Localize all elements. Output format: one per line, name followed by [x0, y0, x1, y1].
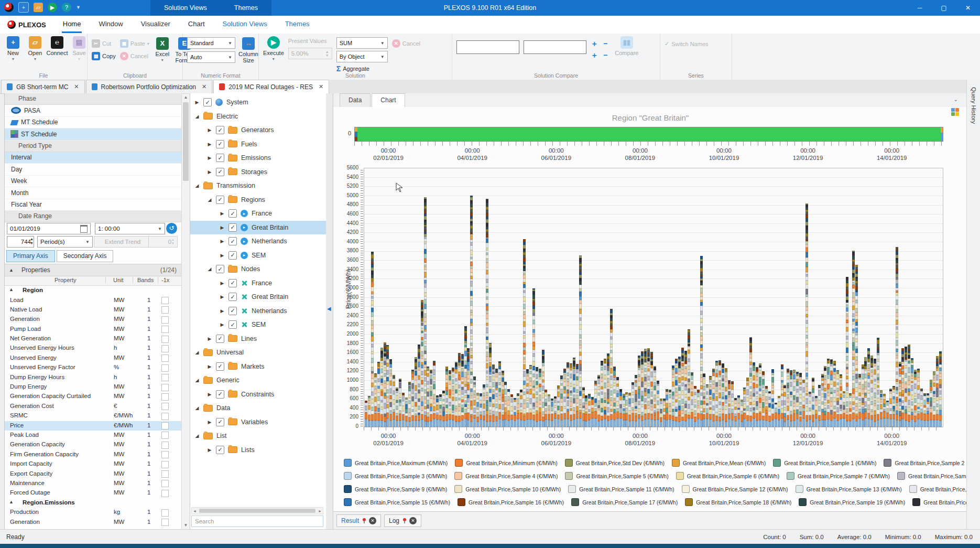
property-row[interactable]: Dump Energy Hoursh1 — [5, 373, 182, 382]
collapsed-icon[interactable]: ▶ — [207, 336, 212, 341]
legend-item[interactable]: Great Britain,Price,Mean (€/MWh) — [672, 459, 766, 467]
log-tab[interactable]: Log✕ — [384, 514, 421, 527]
refresh-button[interactable]: ↺ — [166, 223, 177, 234]
property-checkbox[interactable] — [161, 432, 169, 439]
tree-item-electric[interactable]: ◢Electric — [190, 110, 326, 124]
run-icon[interactable]: ▶ — [48, 3, 57, 12]
tree-item-sem[interactable]: ▶✓SEM — [190, 318, 326, 332]
expanded-icon[interactable]: ◢ — [194, 183, 200, 188]
period-type-interval[interactable]: Interval — [5, 152, 182, 164]
property-row[interactable]: Generation CapacityMW1 — [5, 440, 182, 449]
tree-item-lists[interactable]: ▶✓Lists — [190, 443, 326, 457]
property-row[interactable]: Firm Generation CapacityMW1 — [5, 450, 182, 459]
tab-data[interactable]: Data — [340, 93, 371, 107]
extend-trend-button[interactable]: Extend Trend — [94, 236, 151, 248]
expanded-icon[interactable]: ◢ — [194, 433, 200, 438]
property-checkbox[interactable] — [161, 519, 169, 526]
property-checkbox[interactable] — [161, 326, 169, 333]
tree-checkbox[interactable]: ✓ — [228, 293, 237, 301]
open-folder-icon[interactable]: ▱ — [34, 3, 43, 12]
collapsed-icon[interactable]: ▶ — [220, 225, 225, 230]
tree-checkbox[interactable]: ✓ — [216, 362, 224, 371]
aggregate-button[interactable]: ΣAggregate — [336, 65, 388, 73]
collapsed-icon[interactable]: ▶ — [220, 211, 225, 216]
new-button[interactable]: +New▾ — [4, 36, 22, 62]
tree-item-markets[interactable]: ▶✓Markets — [190, 360, 326, 374]
tree-checkbox[interactable]: ✓ — [216, 265, 224, 273]
tree-checkbox[interactable]: ✓ — [228, 320, 237, 329]
collapsed-icon[interactable]: ▶ — [220, 308, 225, 314]
collapsed-icon[interactable]: ▶ — [220, 253, 225, 258]
execute-button[interactable]: ▶Execute▾ — [263, 36, 284, 62]
property-row[interactable]: Unserved EnergyMW1 — [5, 353, 182, 363]
numeric-auto-select[interactable]: Auto▼ — [187, 51, 235, 63]
tree-item-list[interactable]: ◢List — [190, 429, 326, 443]
aggregate-function-select[interactable]: SUM▼ — [336, 37, 388, 49]
tree-checkbox[interactable]: ✓ — [228, 307, 237, 315]
time-select[interactable]: 1: 00:00▼ — [95, 223, 165, 234]
property-row[interactable]: Productionkg1 — [5, 508, 182, 517]
periods-spinner[interactable]: ▲▼ — [30, 237, 34, 245]
tab-overflow-icon[interactable]: ⌄ — [954, 96, 958, 102]
stacked-bar-plot[interactable] — [364, 168, 943, 427]
menu-tab-window[interactable]: Window — [97, 16, 124, 33]
cut-button[interactable]: ✂Cut — [92, 39, 116, 48]
tree-item-netherlands[interactable]: ▶✓Netherlands — [190, 304, 326, 318]
close-tab-icon[interactable]: ✕ — [409, 517, 417, 524]
tree-checkbox[interactable]: ✓ — [228, 209, 237, 218]
property-row[interactable]: Import CapacityMW1 — [5, 459, 182, 469]
date-input[interactable]: 01/01/2019 — [7, 223, 91, 234]
legend-item[interactable]: Great Britain,Price,Sample 19 (€/MWh) — [799, 498, 905, 506]
range-selector[interactable] — [354, 127, 943, 142]
tree-item-lines[interactable]: ▶✓Lines — [190, 332, 326, 346]
tree-item-france[interactable]: ▶✓▸France — [190, 207, 326, 221]
property-row[interactable]: Price€/MWh1 — [5, 421, 182, 431]
tree-checkbox[interactable]: ✓ — [228, 223, 237, 232]
numeric-format-select[interactable]: Standard▼ — [187, 37, 235, 49]
new-document-icon[interactable]: + — [18, 2, 29, 13]
property-row[interactable]: SRMC€/MWh1 — [5, 411, 182, 421]
tree-checkbox[interactable]: ✓ — [216, 335, 224, 343]
property-checkbox[interactable] — [161, 403, 169, 410]
tree-item-sem[interactable]: ▶✓▸SEM — [190, 249, 326, 263]
properties-header[interactable]: ▲ Properties (1/24) — [5, 264, 182, 276]
tree-checkbox[interactable]: ✓ — [228, 237, 237, 245]
column-size-button[interactable]: ↔Column Size — [239, 37, 257, 63]
open-button[interactable]: ▱Open▾ — [26, 36, 44, 62]
menu-tab-home[interactable]: Home — [62, 16, 82, 33]
property-checkbox[interactable] — [161, 422, 169, 429]
result-tab[interactable]: Result✕ — [336, 514, 381, 527]
compare-add-1-button[interactable]: ＋ — [591, 40, 598, 47]
property-checkbox[interactable] — [161, 384, 169, 391]
legend-item[interactable]: Great Britain,Price,Std Dev (€/MWh) — [565, 459, 665, 467]
property-row[interactable]: Unserved Energy Factor%1 — [5, 363, 182, 372]
tree-checkbox[interactable]: ✓ — [216, 196, 224, 204]
scroll-down-icon[interactable]: ▼ — [182, 522, 190, 529]
menu-tab-solution-views[interactable]: Solution Views — [222, 16, 268, 33]
expanded-icon[interactable]: ◢ — [194, 114, 200, 119]
property-row[interactable]: GenerationMW1 — [5, 518, 182, 527]
tab-chart[interactable]: Chart — [372, 93, 405, 107]
property-row[interactable]: Forced OutageMW1 — [5, 488, 182, 498]
menu-tab-chart[interactable]: Chart — [187, 16, 206, 33]
switch-names-checkbox[interactable]: ✓Switch Names — [665, 40, 709, 47]
chart-options-icon[interactable] — [951, 108, 959, 116]
property-checkbox[interactable] — [161, 393, 169, 401]
property-checkbox[interactable] — [161, 413, 169, 420]
legend-item[interactable]: Great Britain,Price,Sample 9 (€/MWh) — [344, 485, 447, 493]
property-checkbox[interactable] — [161, 345, 169, 352]
legend-item[interactable]: Great Britain,Price,Sample 11 (€/MWh) — [568, 485, 674, 493]
property-row[interactable]: Net GenerationMW1 — [5, 334, 182, 343]
scroll-right-icon[interactable]: ► — [317, 509, 323, 513]
tree-checkbox[interactable]: ✓ — [203, 98, 212, 106]
legend-item[interactable]: Great Britain,Price,Sample 15 (€/MWh) — [344, 498, 450, 506]
property-checkbox[interactable] — [161, 364, 169, 372]
menu-tab-visualizer[interactable]: Visualizer — [140, 16, 171, 33]
context-tab-solution-views[interactable]: Solution Views — [164, 4, 207, 12]
close-tab-icon[interactable]: ✕ — [74, 83, 79, 90]
compare-remove-2-button[interactable]: − — [603, 52, 607, 58]
property-checkbox[interactable] — [161, 336, 169, 343]
tree-item-emissions[interactable]: ▶✓Emissions — [190, 151, 326, 165]
legend-item[interactable]: Great Britain,Price,Sample 16 (€/MWh) — [458, 498, 564, 506]
chart-area[interactable]: Region "Great Britain" 0 00:0002/01/2019… — [333, 107, 967, 512]
